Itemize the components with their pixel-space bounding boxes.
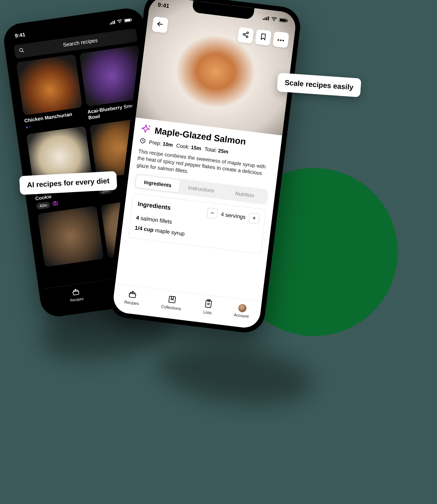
wifi-icon [271, 17, 278, 22]
clipboard-icon [204, 299, 213, 309]
nav-label: Collections [161, 304, 181, 311]
recipe-card[interactable]: Chicken Manchurian ✦⁺ [16, 54, 85, 130]
cellular-icon [263, 16, 269, 20]
share-icon [242, 31, 250, 40]
bookmark-button[interactable] [255, 29, 272, 46]
camera-icon [52, 201, 59, 207]
svg-rect-3 [114, 20, 115, 24]
servings-value: 4 servings [220, 211, 246, 220]
svg-rect-2 [112, 21, 114, 24]
servings-decrease-button[interactable]: − [207, 207, 218, 219]
tab-ingredients[interactable]: Ingredients [135, 175, 180, 193]
plus-icon: + [252, 214, 256, 222]
nav-label: Lists [203, 309, 212, 315]
recipe-card[interactable] [38, 206, 104, 267]
nav-collections[interactable]: Collections [161, 294, 183, 311]
nav-label: Recipes [70, 296, 84, 302]
svg-point-33 [280, 39, 282, 41]
svg-rect-12 [73, 291, 79, 295]
servings-increase-button[interactable]: + [248, 213, 260, 224]
recipe-time: 40m [36, 201, 51, 210]
sparkle-icon: ✦⁺ [25, 125, 31, 130]
svg-line-31 [245, 35, 247, 36]
svg-rect-7 [131, 19, 132, 21]
svg-rect-36 [129, 293, 136, 298]
more-button[interactable] [273, 31, 289, 48]
phone-shadow [154, 338, 317, 413]
svg-line-45 [207, 304, 210, 305]
bookmark-collection-icon [168, 295, 177, 305]
nav-lists[interactable]: Lists [203, 298, 213, 315]
nav-recipes[interactable]: Recipes [124, 289, 141, 306]
clock-icon [139, 137, 146, 145]
svg-line-9 [22, 51, 24, 52]
battery-icon [124, 18, 132, 23]
svg-point-8 [19, 48, 23, 52]
nav-account[interactable]: Account [234, 303, 250, 319]
svg-rect-18 [263, 18, 264, 20]
svg-line-30 [245, 33, 247, 34]
pot-icon [71, 288, 80, 297]
nav-recipes[interactable]: Recipes [69, 287, 84, 303]
svg-line-16 [75, 289, 76, 290]
svg-rect-41 [169, 296, 175, 303]
ingredients-section: Ingredients − 4 servings + 4 salmon fill… [128, 193, 266, 254]
recipe-thumbnail [16, 54, 83, 115]
svg-rect-1 [111, 22, 112, 24]
arrow-left-icon [156, 20, 164, 30]
svg-point-27 [247, 32, 249, 34]
sparkle-icon [140, 123, 152, 136]
svg-line-40 [132, 291, 134, 291]
nav-label: Recipes [124, 299, 140, 306]
svg-rect-21 [268, 16, 269, 20]
minus-icon: − [210, 209, 215, 217]
status-time: 9:41 [157, 1, 170, 10]
search-icon [18, 47, 25, 55]
tab-instructions[interactable]: Instructions [179, 180, 224, 198]
recipe-thumbnail [38, 206, 104, 267]
tab-nutrition[interactable]: Nutrition [222, 185, 267, 203]
svg-rect-25 [287, 20, 288, 22]
recipe-card[interactable]: Soft Frosted Sugar Cookie 40m [26, 126, 96, 210]
avatar [238, 304, 247, 313]
svg-rect-6 [125, 19, 131, 22]
svg-point-11 [54, 203, 56, 205]
status-time: 9:41 [15, 32, 26, 39]
svg-rect-10 [53, 202, 58, 206]
share-button[interactable] [237, 27, 254, 44]
svg-rect-0 [110, 23, 111, 25]
battery-icon [279, 18, 288, 23]
recipe-hero-image: 9:41 [136, 0, 297, 136]
svg-rect-24 [280, 18, 286, 22]
svg-point-32 [278, 39, 279, 41]
ingredients-heading: Ingredients [137, 200, 171, 212]
bookmark-icon [260, 33, 267, 42]
more-icon [277, 36, 285, 43]
wifi-icon [117, 19, 122, 24]
svg-line-44 [207, 303, 210, 303]
svg-rect-19 [264, 18, 266, 20]
svg-point-34 [282, 40, 284, 41]
nav-label: Account [234, 312, 249, 319]
back-button[interactable] [152, 17, 169, 33]
svg-rect-20 [266, 17, 268, 20]
servings-stepper: − 4 servings + [207, 207, 260, 224]
pot-icon [128, 290, 138, 300]
cellular-icon [109, 20, 115, 25]
